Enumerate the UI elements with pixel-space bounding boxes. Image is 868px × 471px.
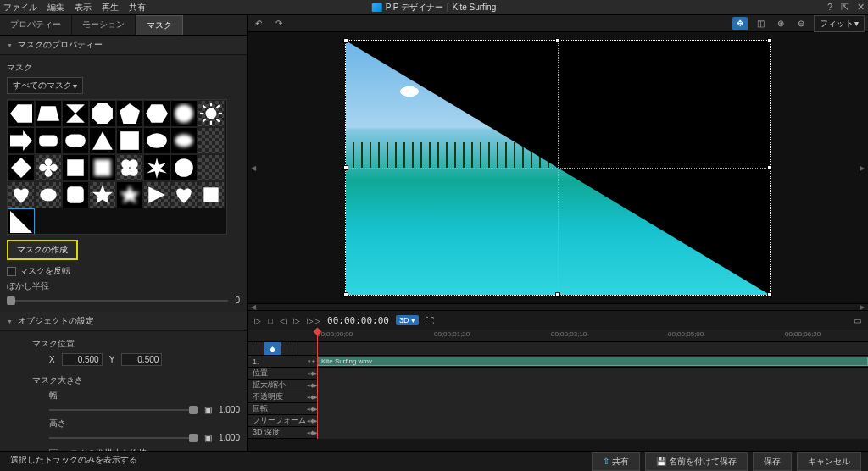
- menu-edit[interactable]: 編集: [47, 2, 64, 14]
- mask-ellipse-2[interactable]: [35, 181, 62, 208]
- mask-y-field[interactable]: [121, 353, 162, 366]
- undock-icon[interactable]: ⇱: [841, 2, 849, 13]
- mask-properties-header[interactable]: マスクのプロパティー: [0, 36, 247, 55]
- track-3d-depth[interactable]: 3D 深度: [248, 427, 307, 438]
- cancel-button[interactable]: キャンセル: [797, 452, 861, 471]
- mask-circle-soft[interactable]: [170, 100, 198, 127]
- preview-canvas[interactable]: [346, 41, 770, 295]
- close-icon[interactable]: ✕: [857, 2, 865, 13]
- share-button[interactable]: ⇧ 共有: [592, 452, 640, 471]
- zoom-in-icon[interactable]: ⊕: [773, 17, 788, 30]
- mask-rounded-rect[interactable]: [35, 127, 62, 154]
- svg-marker-43: [10, 211, 32, 233]
- tab-mask[interactable]: マスク: [136, 15, 183, 35]
- mask-hexagon[interactable]: [143, 100, 170, 127]
- timeline-clip[interactable]: Kite Surfing.wmv: [317, 357, 868, 366]
- track-rotation[interactable]: 回転: [248, 403, 307, 414]
- playhead[interactable]: [317, 330, 318, 439]
- selection-bounds[interactable]: [345, 40, 771, 296]
- mask-ellipse[interactable]: [143, 127, 170, 154]
- mask-pentagon-up[interactable]: [116, 100, 143, 127]
- tl-keyframe-icon[interactable]: ◆: [264, 342, 281, 355]
- mask-filter-dropdown[interactable]: すべてのマスク▾: [7, 77, 83, 94]
- mask-height-slider[interactable]: [49, 437, 198, 439]
- zoom-dropdown[interactable]: フィット▾: [814, 15, 865, 32]
- stop-icon[interactable]: □: [268, 316, 273, 325]
- mask-heart-2[interactable]: [170, 181, 198, 208]
- mask-circle[interactable]: [170, 154, 198, 181]
- help-icon[interactable]: ?: [827, 2, 832, 13]
- menu-view[interactable]: 表示: [75, 2, 92, 14]
- timeline-ruler[interactable]: 00;00;00;00 00;00;01;20 00;00;03;10 00;0…: [248, 330, 868, 342]
- mask-empty-2[interactable]: [198, 154, 225, 181]
- fullscreen-icon[interactable]: ⛶: [426, 316, 434, 325]
- mask-hourglass[interactable]: [62, 100, 89, 127]
- scroll-left-icon[interactable]: ◀: [251, 164, 256, 172]
- timecode-display[interactable]: 00;00;00;00: [327, 315, 389, 326]
- mask-clover[interactable]: [116, 154, 143, 181]
- tl-goto-start-icon[interactable]: ⎸: [248, 342, 264, 355]
- track-scale[interactable]: 拡大/縮小: [248, 380, 307, 391]
- object-settings-header[interactable]: オブジェクトの設定: [0, 312, 247, 331]
- mask-x-field[interactable]: [62, 353, 103, 366]
- save-as-button[interactable]: 💾 名前を付けて保存: [645, 452, 748, 471]
- track-opacity[interactable]: 不透明度: [248, 391, 307, 402]
- mask-flower[interactable]: [35, 154, 62, 181]
- mask-diamond[interactable]: [8, 154, 35, 181]
- mask-square-2[interactable]: [198, 181, 225, 208]
- display-mode-icon[interactable]: ▭: [854, 316, 861, 325]
- 3d-badge[interactable]: 3D ▾: [396, 315, 419, 325]
- svg-point-28: [46, 165, 52, 171]
- mask-size-label: マスク大きさ: [32, 374, 240, 386]
- mask-rounded-square[interactable]: [62, 181, 89, 208]
- save-button[interactable]: 保存: [753, 452, 792, 471]
- mask-star-soft[interactable]: [116, 181, 143, 208]
- next-frame-icon[interactable]: ▷: [293, 316, 300, 325]
- mask-octagon[interactable]: [89, 100, 116, 127]
- tl-goto-end-icon[interactable]: ⎸: [281, 342, 298, 355]
- menu-share[interactable]: 共有: [129, 2, 146, 14]
- move-tool-icon[interactable]: ✥: [732, 17, 748, 30]
- menu-play[interactable]: 再生: [102, 2, 119, 14]
- mask-square[interactable]: [62, 154, 89, 181]
- mask-triangle-corner[interactable]: [8, 208, 35, 235]
- mask-arrow-right[interactable]: [8, 127, 35, 154]
- prev-frame-icon[interactable]: ◁: [280, 316, 287, 325]
- mask-sun[interactable]: [198, 100, 225, 127]
- mask-width-slider[interactable]: [49, 409, 198, 411]
- mask-star[interactable]: [89, 181, 116, 208]
- fast-forward-icon[interactable]: ▷▷: [307, 316, 320, 325]
- feather-slider[interactable]: [7, 300, 228, 302]
- mask-rect-soft[interactable]: [89, 154, 116, 181]
- scroll-right-icon[interactable]: ▶: [860, 164, 865, 172]
- mask-empty-1[interactable]: [198, 127, 225, 154]
- mask-burst[interactable]: [143, 154, 170, 181]
- track-freeform[interactable]: フリーフォーム: [248, 415, 307, 426]
- svg-marker-16: [10, 130, 32, 151]
- invert-mask-checkbox[interactable]: [7, 267, 16, 276]
- create-mask-button[interactable]: マスクの作成: [7, 240, 78, 260]
- track-header-main[interactable]: 1.: [248, 357, 307, 366]
- mask-ellipse-soft[interactable]: [170, 127, 198, 154]
- mask-square-rot[interactable]: [116, 127, 143, 154]
- mask-trapezoid[interactable]: [35, 100, 62, 127]
- svg-point-36: [175, 158, 193, 177]
- svg-marker-1: [37, 106, 59, 120]
- crop-tool-icon[interactable]: ◫: [753, 17, 768, 30]
- play-icon[interactable]: ▷: [254, 316, 261, 325]
- tab-property[interactable]: プロパティー: [0, 15, 72, 35]
- redo-icon[interactable]: ↷: [271, 17, 287, 30]
- mask-arrow-left[interactable]: [8, 100, 35, 127]
- mask-heart[interactable]: [8, 181, 35, 208]
- mask-triangle-right[interactable]: [143, 181, 170, 208]
- mask-triangle-up[interactable]: [89, 127, 116, 154]
- undo-icon[interactable]: ↶: [251, 17, 266, 30]
- tab-motion[interactable]: モーション: [72, 15, 136, 35]
- svg-marker-40: [120, 185, 140, 204]
- zoom-out-icon[interactable]: ⊖: [793, 17, 809, 30]
- preview-viewport[interactable]: ◀ ▶: [248, 32, 868, 303]
- mask-rounded-rect-2[interactable]: [62, 127, 89, 154]
- track-position[interactable]: 位置: [248, 368, 307, 379]
- svg-marker-35: [147, 158, 167, 179]
- menu-file[interactable]: ファイル: [3, 2, 37, 14]
